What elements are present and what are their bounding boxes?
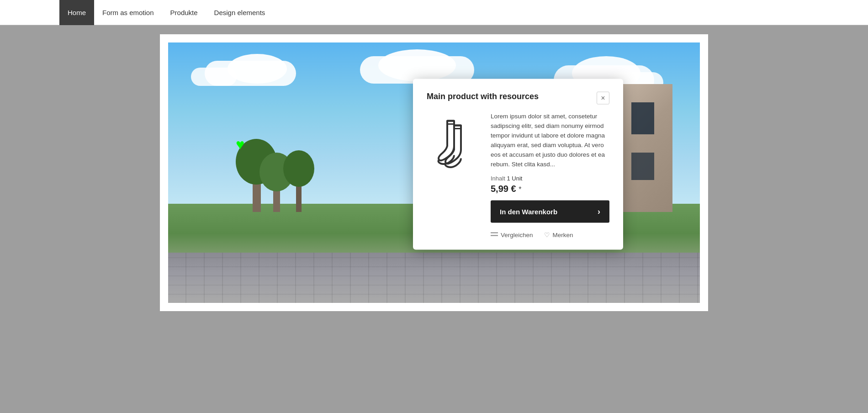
- pavement: [168, 253, 700, 303]
- socks-svg-icon: [429, 114, 479, 169]
- tree-foliage-3: [283, 150, 314, 187]
- price-asterisk: *: [519, 185, 521, 193]
- wishlist-label: Merken: [553, 231, 573, 238]
- nav-item-form-as-emotion[interactable]: Form as emotion: [94, 0, 162, 25]
- nav-item-produkte[interactable]: Produkte: [162, 0, 206, 25]
- popup-header: Main product with resources ×: [427, 92, 609, 105]
- nav-item-design-elements[interactable]: Design elements: [206, 0, 274, 25]
- heart-icon: ♡: [544, 231, 550, 238]
- compare-icon: [491, 231, 498, 238]
- add-to-cart-button[interactable]: In den Warenkorb ›: [491, 200, 609, 222]
- popup-body: Lorem ipsum dolor sit amet, consetetur s…: [427, 112, 609, 239]
- popup-title: Main product with resources: [427, 92, 539, 101]
- product-description: Lorem ipsum dolor sit amet, consetetur s…: [491, 112, 609, 169]
- cloud-5: [378, 49, 456, 81]
- nav-item-home[interactable]: Home: [59, 0, 94, 25]
- content-area: ♥ ★ Main product with resources ×: [0, 25, 868, 413]
- cloud-2: [228, 54, 287, 84]
- add-to-cart-label: In den Warenkorb: [500, 207, 557, 215]
- compare-link[interactable]: Vergleichen: [491, 231, 533, 238]
- navbar: Home Form as emotion Produkte Design ele…: [0, 0, 868, 25]
- unit-value: 1 Unit: [507, 175, 522, 181]
- product-price: 5,99 € *: [491, 183, 609, 194]
- cloud-3: [191, 68, 237, 86]
- compare-label: Vergleichen: [501, 231, 533, 238]
- product-image-area: [427, 112, 482, 171]
- product-popup: Main product with resources ×: [413, 79, 623, 250]
- product-unit: Inhalt 1 Unit: [491, 175, 609, 181]
- product-info: Lorem ipsum dolor sit amet, consetetur s…: [491, 112, 609, 239]
- hero-image: ♥ ★ Main product with resources ×: [168, 42, 700, 303]
- green-heart-decoration: ♥: [236, 136, 244, 153]
- popup-close-button[interactable]: ×: [597, 92, 609, 105]
- popup-actions: Vergleichen ♡ Merken: [491, 229, 609, 238]
- cart-arrow-icon: ›: [598, 206, 600, 216]
- hero-container: ♥ ★ Main product with resources ×: [160, 34, 708, 311]
- wishlist-link[interactable]: ♡ Merken: [544, 231, 573, 238]
